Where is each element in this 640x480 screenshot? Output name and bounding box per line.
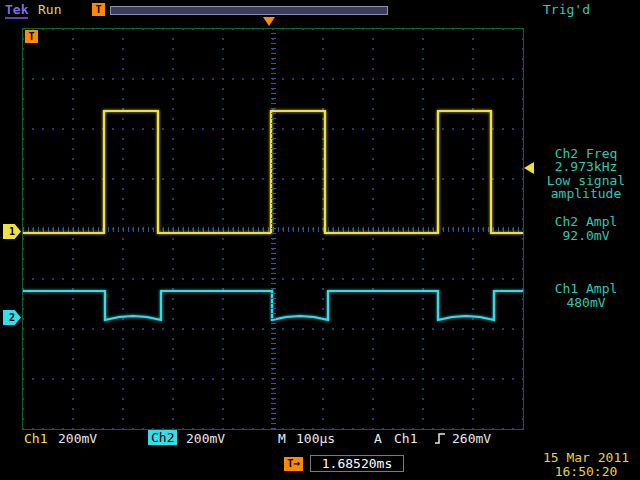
trigger-position-arrow-icon: [263, 17, 275, 26]
ch1-ground-marker: 1: [3, 224, 21, 239]
waveform-ch1: [23, 111, 523, 233]
trigger-mode-label: A: [374, 431, 382, 446]
timebase-readout: 100µs: [296, 431, 335, 446]
meas-ch2-ampl-value: 92.0mV: [534, 229, 638, 242]
waveform-ch2: [23, 291, 523, 320]
meas-ch1-ampl-label: Ch1 Ampl: [534, 282, 638, 295]
record-position-bar: [110, 6, 388, 15]
trigger-corner-t-icon: T: [25, 30, 38, 43]
time-text: 16:50:20: [534, 465, 638, 479]
trigger-level-arrow-icon: [524, 162, 534, 174]
meas-ch2-ampl-label: Ch2 Ampl: [534, 215, 638, 228]
trigger-position-t-icon: T: [92, 3, 105, 16]
trigger-level-readout: 260mV: [452, 431, 491, 446]
trigger-source-readout: Ch1: [394, 431, 417, 446]
ch2-scale-readout: 200mV: [186, 431, 225, 446]
timebase-label: M: [278, 431, 286, 446]
datetime-display: 15 Mar 2011 16:50:20: [534, 451, 638, 479]
trigger-state-label: Trig'd: [543, 2, 590, 17]
acquisition-status: Run: [38, 2, 61, 17]
date-text: 15 Mar 2011: [534, 451, 638, 465]
meas-warning-line2: amplitude: [534, 187, 638, 200]
meas-ch1-ampl-value: 480mV: [534, 296, 638, 309]
meas-ch2-freq-value: 2.973kHz: [534, 160, 638, 173]
trigger-position-readout: 1.68520ms: [310, 455, 404, 472]
graticule: [22, 28, 524, 430]
trigger-position-footer-icon: T→: [284, 457, 303, 471]
ch2-ground-marker: 2: [3, 310, 21, 325]
rising-edge-slope-icon: [434, 432, 446, 445]
waveform-display: [23, 29, 523, 429]
ch1-label: Ch1: [24, 431, 47, 446]
ch2-label: Ch2: [148, 430, 177, 445]
oscilloscope-screen: Tek Run T Trig'd T 1 2 Ch2 Freq 2.973kHz…: [0, 0, 640, 480]
ch1-scale-readout: 200mV: [58, 431, 97, 446]
brand-logo: Tek: [5, 2, 28, 19]
